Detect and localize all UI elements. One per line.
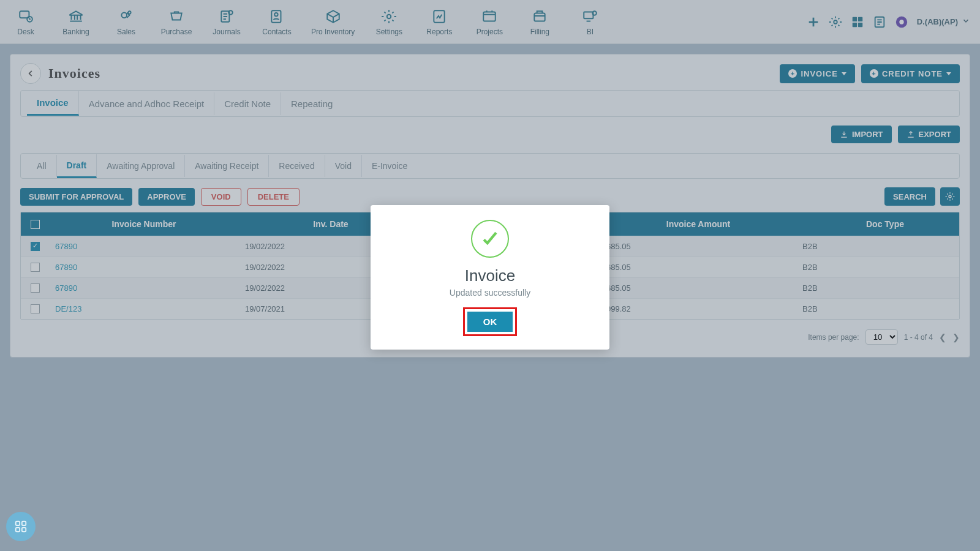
success-modal: Invoice Updated successfully OK — [371, 205, 609, 350]
modal-message: Updated successfully — [384, 288, 596, 298]
modal-title: Invoice — [384, 266, 596, 285]
svg-rect-25 — [16, 528, 20, 531]
svg-rect-24 — [22, 522, 26, 525]
apps-fab[interactable] — [6, 512, 36, 541]
check-circle-icon — [471, 220, 509, 258]
modal-ok-button[interactable]: OK — [467, 312, 513, 332]
svg-rect-23 — [16, 522, 20, 525]
modal-ok-highlight: OK — [463, 307, 518, 336]
svg-rect-26 — [22, 528, 26, 531]
